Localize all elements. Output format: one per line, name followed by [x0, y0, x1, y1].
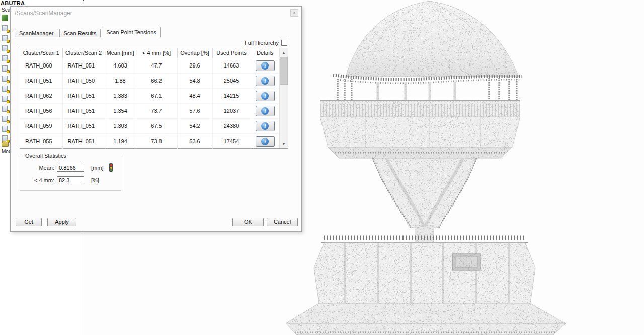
- lock-icon: [7, 50, 10, 53]
- cell-mean: 1.194: [105, 133, 136, 149]
- scroll-up-icon[interactable]: ▲: [280, 48, 288, 57]
- tree-scan-item[interactable]: [2, 25, 9, 32]
- cell-scan1: RATH_056: [20, 103, 62, 118]
- cancel-button[interactable]: Cancel: [267, 218, 298, 226]
- info-icon: i: [261, 138, 269, 145]
- table-scrollbar[interactable]: ▲ ▼: [279, 48, 288, 148]
- tree-scan-item[interactable]: [2, 106, 9, 113]
- tree-scan-item[interactable]: [2, 96, 9, 103]
- col-cluster-scan-2[interactable]: Cluster/Scan 2: [62, 48, 105, 58]
- table-row[interactable]: RATH_062 RATH_051 1.383 67.1 48.4 14215 …: [20, 88, 279, 103]
- cell-overlap: 54.2: [177, 118, 212, 133]
- info-icon: i: [261, 77, 269, 85]
- ok-button[interactable]: OK: [232, 218, 264, 226]
- cell-scan2: RATH_051: [62, 118, 105, 133]
- close-icon[interactable]: ×: [290, 9, 298, 17]
- cell-mean: 1.383: [105, 88, 136, 103]
- table-row[interactable]: RATH_056 RATH_051 1.354 73.7 57.6 12037 …: [20, 103, 279, 118]
- col-cluster-scan-1[interactable]: Cluster/Scan 1: [20, 48, 62, 58]
- cell-mean: 1.303: [105, 118, 136, 133]
- tension-table: Cluster/Scan 1 Cluster/Scan 2 Mean [mm] …: [20, 48, 279, 149]
- lock-icon: [7, 30, 10, 33]
- cell-lt4mm: 66.2: [136, 73, 177, 88]
- details-button[interactable]: i: [256, 121, 275, 131]
- cell-overlap: 29.6: [177, 58, 212, 73]
- pavilion-point-cloud: [286, 1, 566, 335]
- lock-icon: [7, 120, 10, 123]
- lock-icon: [7, 60, 10, 63]
- cell-lt4mm: 73.8: [136, 133, 177, 149]
- col-used-points[interactable]: Used Points: [212, 48, 251, 58]
- tension-table-container: Cluster/Scan 1 Cluster/Scan 2 Mean [mm] …: [20, 48, 288, 149]
- tab-scan-point-tensions[interactable]: Scan Point Tensions: [102, 27, 160, 37]
- col-lt4mm[interactable]: < 4 mm [%]: [136, 48, 177, 58]
- lock-icon: [7, 40, 10, 43]
- table-row[interactable]: RATH_055 RATH_051 1.194 73.8 53.6 17454 …: [20, 133, 279, 149]
- details-button[interactable]: i: [256, 106, 275, 116]
- full-hierarchy-row: Full Hierarchy: [245, 40, 287, 46]
- dialog-title: /Scans/ScanManager: [15, 10, 72, 17]
- tab-scanmanager[interactable]: ScanManager: [15, 29, 58, 37]
- cell-points: 17454: [212, 133, 251, 149]
- apply-button[interactable]: Apply: [47, 218, 76, 226]
- tree-scan-item[interactable]: [2, 116, 9, 123]
- get-button[interactable]: Get: [16, 218, 42, 226]
- tree-scan-item[interactable]: [2, 65, 9, 73]
- tree-scan-item[interactable]: [2, 126, 9, 133]
- details-button[interactable]: i: [256, 91, 275, 101]
- cell-points: 14663: [212, 58, 251, 73]
- cell-lt4mm: 73.7: [136, 103, 177, 118]
- tab-scan-results[interactable]: Scan Results: [59, 29, 101, 37]
- cell-scan1: RATH_055: [20, 133, 62, 149]
- tab-bar: ScanManager Scan Results Scan Point Tens…: [15, 27, 162, 37]
- cell-points: 14215: [212, 88, 251, 103]
- table-row[interactable]: RATH_051 RATH_050 1.88 66.2 54.8 25045 i: [20, 73, 279, 88]
- cell-details: i: [251, 133, 279, 149]
- cell-lt4mm: 47.7: [136, 58, 177, 73]
- lock-icon: [7, 100, 10, 103]
- col-overlap[interactable]: Overlap [%]: [177, 48, 212, 58]
- mean-unit-label: [mm]: [91, 165, 103, 171]
- full-hierarchy-checkbox[interactable]: [281, 40, 287, 46]
- cell-details: i: [251, 118, 279, 133]
- cell-scan2: RATH_051: [62, 58, 105, 73]
- info-icon: i: [261, 122, 269, 130]
- table-row[interactable]: RATH_059 RATH_051 1.303 67.5 54.2 24380 …: [20, 118, 279, 133]
- tree-scan-item[interactable]: [2, 45, 9, 52]
- cell-lt4mm: 67.5: [136, 118, 177, 133]
- info-icon: i: [261, 107, 269, 115]
- lock-icon: [7, 110, 10, 113]
- tree-scan-item[interactable]: [2, 35, 9, 42]
- cell-overlap: 48.4: [177, 88, 212, 103]
- tree-scan-item[interactable]: [2, 76, 9, 83]
- tree-scan-item[interactable]: [2, 86, 9, 93]
- cell-scan1: RATH_059: [20, 118, 62, 133]
- cell-scan1: RATH_051: [20, 73, 62, 88]
- tree-scan-item[interactable]: [2, 55, 9, 62]
- scrollbar-thumb[interactable]: [280, 57, 288, 85]
- folder-icon[interactable]: [2, 142, 9, 147]
- details-button[interactable]: i: [256, 136, 275, 147]
- cell-mean: 1.354: [105, 103, 136, 118]
- cell-overlap: 53.6: [177, 133, 212, 149]
- mean-value-input[interactable]: [57, 164, 84, 172]
- overall-statistics-group: Overall Statistics Mean: [mm] < 4 mm: [%…: [20, 156, 121, 191]
- scroll-down-icon[interactable]: ▼: [280, 140, 288, 148]
- cell-details: i: [251, 88, 279, 103]
- cell-points: 24380: [212, 118, 251, 133]
- scan-manager-dialog: /Scans/ScanManager × ScanManager Scan Re…: [10, 6, 302, 232]
- scans-folder-icon[interactable]: [2, 15, 8, 21]
- lt4mm-value-input[interactable]: [57, 176, 84, 184]
- col-mean[interactable]: Mean [mm]: [105, 48, 136, 58]
- lock-icon: [7, 130, 10, 133]
- cell-details: i: [251, 103, 279, 118]
- overall-statistics-label: Overall Statistics: [23, 153, 68, 159]
- tree-root-item[interactable]: ABUTRA_: [1, 0, 28, 6]
- cell-scan2: RATH_050: [62, 73, 105, 88]
- col-details[interactable]: Details: [251, 48, 279, 58]
- table-row[interactable]: RATH_060 RATH_051 4.603 47.7 29.6 14663 …: [20, 58, 279, 73]
- details-button[interactable]: i: [256, 60, 275, 71]
- full-hierarchy-label: Full Hierarchy: [245, 40, 279, 46]
- lt4mm-unit-label: [%]: [91, 177, 99, 183]
- details-button[interactable]: i: [256, 76, 275, 86]
